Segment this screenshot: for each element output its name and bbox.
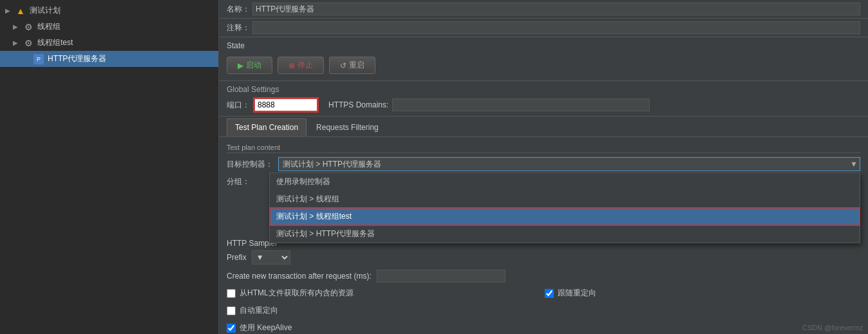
comment-input[interactable]	[252, 21, 860, 34]
global-settings-title: Global Settings	[227, 85, 860, 94]
tab-label: Test Plan Creation	[235, 123, 298, 132]
prefix-label: Prefix	[227, 253, 247, 262]
comment-label: 注释：	[227, 23, 252, 33]
watermark: CSDN @forevermz	[802, 324, 863, 331]
test-plan-content-label: Test plan content	[227, 142, 860, 153]
target-controller-wrapper: 测试计划 > HTTP代理服务器 ▼	[278, 157, 860, 171]
restart-icon: ↺	[340, 61, 346, 70]
target-controller-select[interactable]: 测试计划 > HTTP代理服务器	[278, 157, 860, 171]
dropdown-overlay: 使用录制控制器 测试计划 > 线程组 测试计划 > 线程组test 测试计划 >…	[269, 172, 860, 243]
transaction-label: Create new transaction after request (ms…	[227, 272, 372, 281]
https-input[interactable]	[392, 98, 650, 111]
transaction-row: Create new transaction after request (ms…	[227, 270, 860, 283]
tab-test-plan-creation[interactable]: Test Plan Creation	[227, 118, 307, 136]
sidebar-item-label: HTTP代理服务器	[48, 53, 106, 64]
settings-row: 端口： HTTPS Domains:	[227, 98, 860, 112]
checkbox-html-resources-label: 从HTML文件获取所有内含的资源	[240, 288, 354, 299]
restart-label: 重启	[349, 60, 364, 71]
target-controller-row: 目标控制器： 测试计划 > HTTP代理服务器 ▼	[227, 157, 860, 171]
prefix-select[interactable]: ▼	[252, 250, 290, 264]
sidebar-item-label: 线程组	[37, 21, 61, 32]
arrow-icon: ▶	[13, 39, 21, 46]
checkbox-keepalive-row: 使用 KeepAlive	[227, 322, 542, 333]
port-field: 端口：	[227, 98, 318, 112]
checkbox-grid: 从HTML文件获取所有内含的资源 跟随重定向 自动重定向 使用 KeepAliv…	[227, 288, 860, 334]
target-controller-label: 目标控制器：	[227, 159, 273, 170]
port-label: 端口：	[227, 100, 250, 111]
start-icon: ▶	[238, 61, 243, 70]
checkbox-auto-redirect[interactable]	[227, 306, 236, 315]
dropdown-item-thread-group-test[interactable]: 测试计划 > 线程组test	[270, 208, 860, 225]
checkbox-auto-redirect-row: 自动重定向	[227, 305, 542, 316]
thread-icon: ⚙	[23, 38, 33, 48]
state-buttons: ▶ 启动 ⊗ 停止 ↺ 重启	[227, 54, 860, 77]
tab-requests-filtering[interactable]: Requests Filtering	[308, 118, 387, 136]
stop-label: 停止	[297, 60, 313, 71]
checkbox-follow-redirect-row: 跟随重定向	[545, 288, 860, 299]
sidebar-item-test-plan[interactable]: ▶ ▲ 测试计划	[0, 3, 218, 19]
plan-icon: ▲	[15, 6, 26, 16]
checkbox-follow-redirect[interactable]	[545, 289, 554, 298]
arrow-icon: ▶	[13, 23, 21, 30]
tab-label: Requests Filtering	[316, 123, 379, 132]
restart-button[interactable]: ↺ 重启	[329, 57, 375, 74]
dropdown-item-use-recorder[interactable]: 使用录制控制器	[270, 173, 860, 190]
arrow-icon: ▶	[5, 7, 13, 14]
checkbox-follow-redirect-label: 跟随重定向	[558, 288, 596, 299]
proxy-icon: P	[33, 54, 44, 64]
sidebar-item-label: 测试计划	[30, 5, 61, 16]
global-settings: Global Settings 端口： HTTPS Domains:	[219, 81, 868, 116]
sidebar: ▶ ▲ 测试计划 ▶ ⚙ 线程组 ▶ ⚙ 线程组test P HTTP代理服务器	[0, 0, 219, 334]
name-input[interactable]	[252, 3, 860, 15]
checkbox-auto-redirect-label: 自动重定向	[240, 305, 278, 316]
https-field: HTTPS Domains:	[328, 98, 650, 111]
name-row: 名称：	[219, 0, 868, 19]
grouping-label: 分组：	[227, 176, 272, 187]
sidebar-item-http-proxy[interactable]: P HTTP代理服务器	[0, 51, 218, 67]
sidebar-item-label: 线程组test	[37, 37, 73, 48]
port-input[interactable]	[254, 98, 318, 112]
arrow-icon	[23, 55, 31, 62]
sidebar-item-thread-group[interactable]: ▶ ⚙ 线程组	[0, 19, 218, 35]
dropdown-item-http-proxy[interactable]: 测试计划 > HTTP代理服务器	[270, 225, 860, 243]
transaction-input[interactable]	[377, 270, 505, 283]
checkbox-html-resources-row: 从HTML文件获取所有内含的资源	[227, 288, 542, 299]
stop-icon: ⊗	[288, 61, 295, 70]
dropdown-item-thread-group[interactable]: 测试计划 > 线程组	[270, 190, 860, 208]
checkbox-html-resources[interactable]	[227, 289, 236, 298]
state-section: State ▶ 启动 ⊗ 停止 ↺ 重启	[219, 37, 868, 81]
checkbox-keepalive[interactable]	[227, 324, 236, 333]
start-label: 启动	[246, 60, 261, 71]
main-content: 名称： 注释： State ▶ 启动 ⊗ 停止 ↺ 重启 Global Sett…	[219, 0, 868, 334]
start-button[interactable]: ▶ 启动	[227, 57, 272, 74]
tab-content: Test plan content 目标控制器： 测试计划 > HTTP代理服务…	[219, 137, 868, 334]
prefix-row: Prefix ▼	[227, 250, 860, 264]
name-label: 名称：	[227, 4, 252, 15]
tabs-bar: Test Plan Creation Requests Filtering	[219, 116, 868, 137]
sidebar-item-thread-group-test[interactable]: ▶ ⚙ 线程组test	[0, 35, 218, 51]
comment-row: 注释：	[219, 19, 868, 37]
thread-icon: ⚙	[23, 22, 33, 32]
https-label: HTTPS Domains:	[328, 100, 388, 109]
checkbox-keepalive-label: 使用 KeepAlive	[240, 322, 292, 333]
stop-button[interactable]: ⊗ 停止	[278, 57, 324, 74]
state-label: State	[227, 41, 860, 50]
